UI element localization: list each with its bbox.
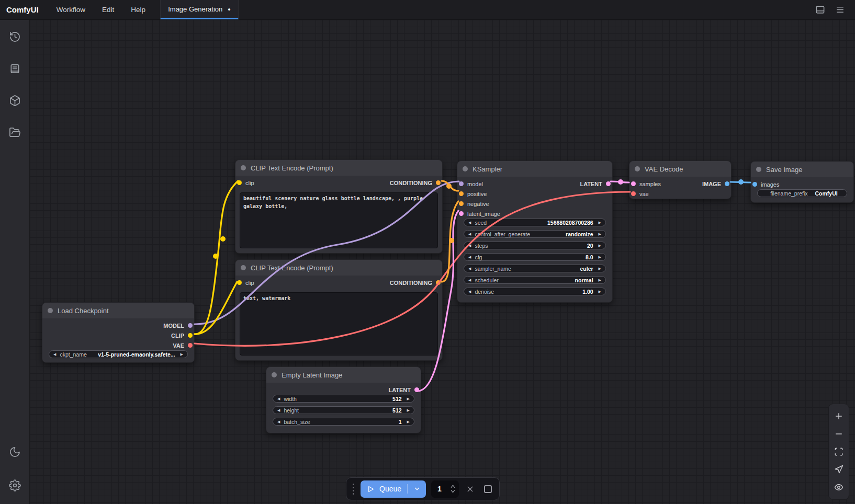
- widget-increment-icon[interactable]: ▶: [599, 232, 601, 236]
- widget-scheduler[interactable]: ◀schedulernormal▶: [464, 276, 606, 284]
- stop-icon[interactable]: [481, 482, 494, 496]
- collapse-dot-icon[interactable]: [241, 165, 246, 170]
- input-slot-latent_image[interactable]: [459, 211, 464, 216]
- menu-help[interactable]: Help: [122, 0, 154, 19]
- clear-queue-icon[interactable]: [464, 482, 477, 496]
- widget-decrement-icon[interactable]: ◀: [468, 290, 471, 293]
- zoom-in-icon[interactable]: [830, 407, 848, 425]
- output-slot-LATENT[interactable]: [414, 387, 419, 392]
- widget-decrement-icon[interactable]: ◀: [468, 278, 471, 282]
- widget-increment-icon[interactable]: ▶: [599, 267, 601, 270]
- widget-increment-icon[interactable]: ▶: [181, 352, 183, 356]
- output-slot-VAE[interactable]: [188, 343, 193, 348]
- input-slot-positive[interactable]: [459, 191, 464, 196]
- fit-view-icon[interactable]: [830, 443, 848, 461]
- widget-increment-icon[interactable]: ▶: [599, 244, 601, 247]
- batch-decrement-icon[interactable]: [450, 489, 456, 494]
- widget-control_after_generate[interactable]: ◀control_after_generaterandomize▶: [464, 230, 606, 238]
- widget-increment-icon[interactable]: ▶: [599, 221, 601, 224]
- node-header[interactable]: Empty Latent Image: [266, 367, 421, 383]
- widget-denoise[interactable]: ◀denoise1.00▶: [464, 288, 606, 295]
- widget-increment-icon[interactable]: ▶: [599, 278, 601, 282]
- widget-decrement-icon[interactable]: ◀: [468, 221, 471, 224]
- widget-steps[interactable]: ◀steps20▶: [464, 242, 606, 249]
- widget-decrement-icon[interactable]: ◀: [468, 232, 471, 236]
- clip-text-encode-positive-node[interactable]: CLIP Text Encode (Prompt)clipCONDITIONIN…: [235, 159, 443, 254]
- load-checkpoint-node[interactable]: Load CheckpointMODELCLIPVAE◀ckpt_namev1-…: [42, 302, 195, 363]
- input-slot-images[interactable]: [752, 182, 757, 187]
- history-icon[interactable]: [4, 26, 25, 47]
- collapse-dot-icon[interactable]: [272, 372, 277, 377]
- workflows-folder-icon[interactable]: [4, 122, 25, 143]
- menu-workflow[interactable]: Workflow: [48, 0, 94, 19]
- node-header[interactable]: CLIP Text Encode (Prompt): [235, 260, 442, 276]
- clip-text-encode-negative-node[interactable]: CLIP Text Encode (Prompt)clipCONDITIONIN…: [235, 259, 443, 361]
- collapse-dot-icon[interactable]: [241, 265, 246, 270]
- save-image-node[interactable]: Save Imageimagesfilename_prefixComfyUI: [750, 161, 854, 203]
- widget-increment-icon[interactable]: ▶: [599, 255, 601, 259]
- node-header[interactable]: VAE Decode: [629, 161, 731, 177]
- collapse-dot-icon[interactable]: [635, 166, 640, 171]
- collapse-dot-icon[interactable]: [756, 167, 761, 172]
- widget-sampler_name[interactable]: ◀sampler_nameeuler▶: [464, 265, 606, 272]
- widget-seed[interactable]: ◀seed156680208700286▶: [464, 219, 606, 226]
- widget-width[interactable]: ◀width512▶: [273, 395, 414, 403]
- ksampler-node[interactable]: KSamplermodelLATENTpositivenegativelaten…: [457, 161, 613, 303]
- widget-increment-icon[interactable]: ▶: [599, 290, 601, 293]
- output-slot-CONDITIONING[interactable]: [436, 280, 441, 285]
- widget-increment-icon[interactable]: ▶: [407, 420, 410, 423]
- widget-filename_prefix[interactable]: filename_prefixComfyUI: [757, 189, 847, 197]
- collapse-dot-icon[interactable]: [48, 308, 53, 313]
- widget-ckpt_name[interactable]: ◀ckpt_namev1-5-pruned-emaonly.safete...▶: [49, 350, 188, 358]
- widget-increment-icon[interactable]: ▶: [407, 408, 410, 412]
- collapse-dot-icon[interactable]: [463, 166, 468, 171]
- widget-decrement-icon[interactable]: ◀: [468, 244, 471, 247]
- vae-decode-node[interactable]: VAE DecodesamplesIMAGEvae: [629, 161, 732, 199]
- output-slot-CLIP[interactable]: [188, 333, 193, 338]
- prompt-textarea[interactable]: text, watermark: [240, 292, 438, 356]
- zoom-out-icon[interactable]: [830, 425, 848, 443]
- node-header[interactable]: Save Image: [751, 162, 853, 177]
- widget-cfg[interactable]: ◀cfg8.0▶: [464, 253, 606, 261]
- widget-decrement-icon[interactable]: ◀: [277, 408, 280, 412]
- toggle-link-visibility-eye-icon[interactable]: [830, 478, 848, 496]
- queue-button[interactable]: Queue: [361, 480, 426, 498]
- widget-decrement-icon[interactable]: ◀: [277, 397, 280, 400]
- output-slot-label: CONDITIONING: [390, 280, 432, 286]
- prompt-textarea[interactable]: beautiful scenery nature glass bottle la…: [240, 192, 438, 248]
- output-slot-MODEL[interactable]: [188, 323, 193, 328]
- menu-edit[interactable]: Edit: [94, 0, 122, 19]
- widget-increment-icon[interactable]: ▶: [407, 397, 410, 400]
- node-header[interactable]: KSampler: [457, 161, 612, 177]
- widget-batch_size[interactable]: ◀batch_size1▶: [273, 418, 414, 426]
- widget-height[interactable]: ◀height512▶: [273, 406, 414, 414]
- input-slot-negative[interactable]: [459, 201, 464, 206]
- widget-decrement-icon[interactable]: ◀: [468, 255, 471, 259]
- node-header[interactable]: CLIP Text Encode (Prompt): [235, 160, 442, 176]
- input-slot-clip[interactable]: [237, 280, 242, 285]
- widget-decrement-icon[interactable]: ◀: [53, 352, 56, 356]
- drag-handle[interactable]: [352, 484, 355, 495]
- input-slot-vae[interactable]: [631, 191, 636, 196]
- node-library-icon[interactable]: [4, 90, 25, 111]
- node-title: KSampler: [473, 165, 502, 173]
- queue-log-icon[interactable]: [4, 58, 25, 79]
- output-slot-CONDITIONING[interactable]: [436, 180, 441, 185]
- input-slot-clip[interactable]: [237, 180, 242, 185]
- output-slot-LATENT[interactable]: [606, 181, 611, 186]
- hamburger-menu-icon[interactable]: [832, 3, 848, 17]
- widget-decrement-icon[interactable]: ◀: [277, 420, 280, 423]
- empty-latent-image-node[interactable]: Empty Latent ImageLATENT◀width512▶◀heigh…: [266, 366, 421, 433]
- input-slot-model[interactable]: [459, 181, 464, 186]
- workflow-tab[interactable]: Image Generation ●: [160, 0, 239, 19]
- batch-count-input[interactable]: 1: [431, 480, 459, 498]
- toggle-bottom-panel-icon[interactable]: [812, 3, 828, 17]
- node-header[interactable]: Load Checkpoint: [42, 303, 194, 318]
- batch-increment-icon[interactable]: [450, 484, 456, 488]
- widget-decrement-icon[interactable]: ◀: [468, 267, 471, 270]
- input-slot-samples[interactable]: [631, 181, 636, 186]
- output-slot-IMAGE[interactable]: [725, 181, 729, 186]
- theme-moon-icon[interactable]: [4, 441, 25, 462]
- select-mode-arrow-icon[interactable]: [830, 461, 848, 478]
- settings-gear-icon[interactable]: [4, 475, 25, 496]
